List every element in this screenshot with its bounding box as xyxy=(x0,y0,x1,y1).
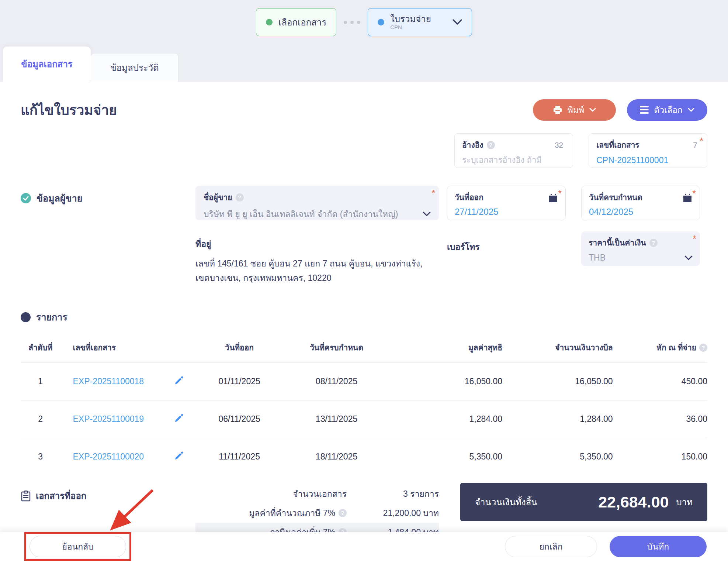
due-date-field[interactable]: * วันที่ครบกำหนด 04/12/2025 xyxy=(581,186,700,220)
row-issue-date: 01/11/2025 xyxy=(197,363,281,400)
row-billing-amount: 16,050.00 xyxy=(502,363,613,400)
summary-section-title: เอกสารที่ออก xyxy=(36,489,86,503)
summary-row-taxable-amount: มูลค่าที่คำนวณภาษี 7%? 21,200.00 บาท xyxy=(195,503,439,523)
required-asterisk: * xyxy=(693,234,696,244)
stepper-step-select-document[interactable]: เลือกเอกสาร xyxy=(256,8,336,36)
options-button[interactable]: ตัวเลือก xyxy=(627,99,707,121)
document-link[interactable]: EXP-20251100018 xyxy=(73,376,144,386)
col-header-no: ลำดับที่ xyxy=(21,335,60,363)
help-icon[interactable]: ? xyxy=(487,141,495,149)
document-link[interactable]: EXP-20251100020 xyxy=(73,452,144,461)
pencil-icon xyxy=(174,376,184,385)
row-net-amount: 16,050.00 xyxy=(392,363,502,400)
annotation-highlight-rect: ย้อนกลับ xyxy=(24,532,131,561)
stepper-separator-dots xyxy=(344,21,360,24)
issue-date-field[interactable]: * วันที่ออก 27/11/2025 xyxy=(447,186,566,220)
address-label: ที่อยู่ xyxy=(195,237,439,251)
col-header-withholding-tax: หัก ณ ที่จ่าย? xyxy=(613,335,707,363)
tab-label: ข้อมูลประวัติ xyxy=(110,63,159,73)
edit-row-button[interactable] xyxy=(174,376,184,386)
help-icon[interactable]: ? xyxy=(699,344,707,352)
grand-total-box: จำนวนเงินทั้งสิ้น 22,684.00 บาท xyxy=(460,483,707,521)
printer-icon xyxy=(553,105,562,115)
seller-name-label: ชื่อผู้ขาย xyxy=(204,191,232,203)
currency-label: ราคานี้เป็นค่าเงิน xyxy=(589,237,646,249)
calendar-icon[interactable] xyxy=(683,193,692,203)
row-due-date: 13/11/2025 xyxy=(281,400,392,438)
required-asterisk: * xyxy=(431,188,435,199)
table-row: 1 EXP-20251100018 01/11/2025 08/11/2025 … xyxy=(21,363,707,400)
menu-icon xyxy=(640,106,649,114)
step-sublabel: CPN xyxy=(390,24,431,30)
help-icon[interactable]: ? xyxy=(339,509,347,517)
currency-select[interactable]: * ราคานี้เป็นค่าเงิน ? THB xyxy=(581,231,700,266)
pencil-icon xyxy=(174,413,184,423)
chevron-down-icon xyxy=(453,19,462,25)
tab-bar: ข้อมูลเอกสาร ข้อมูลประวัติ xyxy=(0,47,728,82)
table-row: 2 EXP-20251100019 06/11/2025 13/11/2025 … xyxy=(21,400,707,438)
issue-date-value[interactable]: 27/11/2025 xyxy=(455,207,558,217)
document-form-card: แก้ไขใบรวมจ่าย พิมพ์ ตัวเลือก อ้างอิง xyxy=(0,82,728,561)
tab-history[interactable]: ข้อมูลประวัติ xyxy=(91,53,178,82)
summary-row-doc-count: จำนวนเอกสาร 3 รายการ xyxy=(195,484,439,503)
help-icon[interactable]: ? xyxy=(236,193,244,202)
edit-row-button[interactable] xyxy=(174,451,184,461)
row-withholding-tax: 450.00 xyxy=(613,363,707,400)
check-circle-icon xyxy=(21,193,31,203)
page-title: แก้ไขใบรวมจ่าย xyxy=(21,99,117,121)
document-link[interactable]: EXP-20251100019 xyxy=(73,414,144,424)
cancel-button[interactable]: ยกเลิก xyxy=(505,536,597,557)
tab-label: ข้อมูลเอกสาร xyxy=(21,59,73,69)
due-date-value[interactable]: 04/12/2025 xyxy=(589,207,692,217)
address-value: เลขที่ 145/161 ซอย คู้บอน 27 แยก 7 ถนน ค… xyxy=(195,257,439,285)
chevron-down-icon[interactable] xyxy=(684,255,693,261)
table-row: 3 EXP-20251100020 11/11/2025 18/11/2025 … xyxy=(21,438,707,476)
pencil-icon xyxy=(174,451,184,460)
row-net-amount: 5,350.00 xyxy=(392,438,502,476)
row-number: 1 xyxy=(21,363,60,400)
back-button[interactable]: ย้อนกลับ xyxy=(30,536,126,557)
required-asterisk: * xyxy=(692,188,696,199)
items-section-title: รายการ xyxy=(36,310,67,324)
col-header-net-amount: มูลค่าสุทธิ xyxy=(392,335,502,363)
row-withholding-tax: 36.00 xyxy=(613,400,707,438)
footer-action-bar: ย้อนกลับ ยกเลิก บันทึก xyxy=(0,532,728,561)
seller-name-value: บริษัท พี ยู ยู เอ็น อินเทลลิเจนท์ จำกัด… xyxy=(204,207,398,221)
options-button-label: ตัวเลือก xyxy=(654,103,683,117)
calendar-icon[interactable] xyxy=(548,193,558,203)
tab-document-info[interactable]: ข้อมูลเอกสาร xyxy=(3,47,91,82)
document-number-value[interactable]: CPN-20251100001 xyxy=(596,155,700,165)
save-button[interactable]: บันทึก xyxy=(610,536,707,557)
edit-row-button[interactable] xyxy=(174,413,184,424)
step-label: ใบรวมจ่าย xyxy=(390,14,431,24)
step-label: เลือกเอกสาร xyxy=(278,15,326,30)
currency-value: THB xyxy=(589,253,606,263)
row-number: 2 xyxy=(21,400,60,438)
reference-label: อ้างอิง xyxy=(462,139,483,151)
stepper: เลือกเอกสาร ใบรวมจ่าย CPN xyxy=(0,0,728,36)
reference-field[interactable]: อ้างอิง ? 32 xyxy=(454,133,573,168)
page: เลือกเอกสาร ใบรวมจ่าย CPN ข้อมูลเอกสาร ข… xyxy=(0,0,728,561)
items-table: ลำดับที่ เลขที่เอกสาร วันที่ออก วันที่คร… xyxy=(21,335,707,475)
required-asterisk: * xyxy=(558,188,562,199)
row-issue-date: 06/11/2025 xyxy=(197,400,281,438)
reference-input[interactable] xyxy=(462,155,565,165)
row-number: 3 xyxy=(21,438,60,476)
document-number-field[interactable]: * เลขที่เอกสาร 7 CPN-20251100001 xyxy=(589,133,707,168)
document-number-label: เลขที่เอกสาร xyxy=(596,139,639,151)
due-date-label: วันที่ครบกำหนด xyxy=(589,191,642,203)
col-header-issue-date: วันที่ออก xyxy=(197,335,281,363)
chevron-down-icon xyxy=(688,108,694,112)
col-header-billing-amount: จำนวนเงินวางบิล xyxy=(502,335,613,363)
row-net-amount: 1,284.00 xyxy=(392,400,502,438)
seller-name-select[interactable]: * ชื่อผู้ขาย ? บริษัท พี ยู ยู เอ็น อินเ… xyxy=(195,186,439,220)
print-button[interactable]: พิมพ์ xyxy=(533,99,616,121)
help-icon[interactable]: ? xyxy=(649,239,658,247)
stepper-step-doc-type[interactable]: ใบรวมจ่าย CPN xyxy=(368,8,472,36)
row-due-date: 08/11/2025 xyxy=(281,363,392,400)
row-withholding-tax: 150.00 xyxy=(613,438,707,476)
row-billing-amount: 1,284.00 xyxy=(502,400,613,438)
col-header-edit xyxy=(174,335,197,363)
col-header-doc-number: เลขที่เอกสาร xyxy=(60,335,174,363)
chevron-down-icon[interactable] xyxy=(423,211,431,217)
